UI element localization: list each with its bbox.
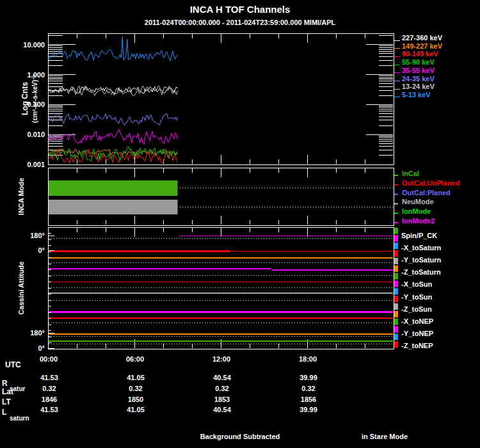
- attitude-right-color-tick: [394, 243, 398, 249]
- legend-item-149-227 keV: 149-227 keV: [402, 42, 442, 50]
- series-24-35 keV: [48, 113, 178, 125]
- attitude-label--X_toNEP: -X_toNEP: [401, 317, 433, 325]
- legend-item-13-24 keV: 13-24 keV: [402, 83, 435, 90]
- attitude-ytick-label: 0°: [38, 246, 45, 254]
- legend-item-90-149 keV: 90-149 keV: [402, 50, 438, 58]
- tof-ytick-label: 0.001: [27, 161, 45, 168]
- attitude-right-color-tick: [394, 326, 398, 333]
- utc-tick-label: 18:00: [299, 355, 317, 363]
- mode-bar-IonMode: [49, 180, 178, 196]
- tof-ytick-label: 0.100: [27, 100, 45, 108]
- table-row-sublabel-saturn: saturn: [10, 415, 29, 422]
- tof-y-axis-units: (cm²-sr-s-keV)⁻¹: [31, 74, 38, 123]
- attitude-right-color-tick: [394, 228, 398, 234]
- attitude-right-color-tick: [394, 235, 398, 241]
- attitude-right-color-tick: [394, 303, 398, 310]
- legend-item-55-90 keV: 55-90 keV: [402, 58, 435, 66]
- utc-row-label: UTC: [5, 361, 21, 369]
- table-cell-R-06:00: 41.05: [127, 374, 145, 381]
- tof-ytick-label: 10.000: [23, 41, 45, 49]
- inca-tof-plot-screen: INCA H TOF Channels 2011-024T00:00:00.00…: [0, 0, 480, 448]
- table-cell-L-00:00: 41.53: [40, 406, 58, 413]
- legend-item-35-55 keV: 35-55 keV: [402, 67, 435, 74]
- table-cell-LT-06:00: 1850: [128, 396, 143, 403]
- mode-bar-NeuMode: [49, 200, 178, 214]
- mode-legend-item-NeuMode: NeuMode: [402, 198, 434, 205]
- attitude-right-color-tick: [394, 280, 398, 287]
- attitude-right-color-tick: [394, 266, 398, 272]
- attitude-right-color-tick: [394, 288, 398, 294]
- table-cell-L-18:00: 39.99: [300, 406, 317, 413]
- table-cell-R-12:00: 40.54: [213, 374, 231, 381]
- series-5-13 keV: [48, 37, 178, 61]
- table-cell-Lat-00:00: 0.32: [42, 385, 56, 392]
- attitude-label--Z_toSaturn: -Z_toSaturn: [401, 268, 441, 276]
- series-35-55 keV: [48, 129, 178, 145]
- table-cell-Lat-18:00: 0.32: [301, 385, 315, 392]
- table-row-label-l: L: [2, 408, 6, 417]
- attitude-right-color-tick: [394, 250, 398, 257]
- mode-legend-item-IonMode2: IonMode2: [402, 217, 435, 225]
- attitude-label--X_toSaturn: -X_toSaturn: [401, 244, 441, 252]
- attitude-right-color-tick: [394, 319, 398, 325]
- attitude-label--X_toSun: -X_toSun: [401, 280, 432, 288]
- legend-item-24-35 keV: 24-35 keV: [402, 75, 435, 83]
- tof-ytick-label: 0.010: [27, 131, 45, 138]
- table-cell-R-00:00: 41.53: [40, 374, 58, 381]
- page-title: INCA H TOF Channels: [190, 4, 291, 15]
- attitude-ytick-label: 0°: [38, 344, 45, 352]
- legend-item-5-13 keV: 5-13 keV: [402, 91, 431, 99]
- attitude-label--Y_toNEP: -Y_toNEP: [401, 330, 433, 337]
- footer-note-background-subtracted: Background Subtracted: [200, 433, 280, 440]
- table-row-label-lt: LT: [2, 398, 11, 406]
- legend-item-227-360 keV: 227-360 keV: [402, 34, 442, 42]
- table-cell-LT-00:00: 1846: [42, 396, 57, 403]
- mode-y-axis-label: INCA Mode: [17, 178, 25, 215]
- utc-tick-label: 12:00: [212, 355, 230, 363]
- attitude-label--Z_toSun: -Z_toSun: [401, 305, 432, 313]
- mode-legend-item-IonMode: IonMode: [402, 207, 431, 215]
- table-cell-LT-18:00: 1856: [301, 396, 316, 403]
- attitude-right-color-tick: [394, 258, 398, 264]
- attitude-panel-box: [48, 227, 394, 349]
- mode-legend-item-OutCal:Planed: OutCal:Planed: [402, 189, 451, 196]
- attitude-label--Y_toSun: -Y_toSun: [401, 293, 432, 301]
- tof-ytick-label: 1.000: [27, 71, 45, 79]
- footer-note-stare-mode: in Stare Mode: [362, 433, 408, 440]
- mode-legend-item-OutCal:UnPlaned: OutCal:UnPlaned: [402, 179, 460, 187]
- utc-tick-label: 00:00: [40, 355, 58, 363]
- attitude-ytick-label: 180°: [30, 232, 45, 239]
- table-row-label-lat: Lat: [2, 388, 13, 396]
- attitude-label--Z_toNEP: -Z_toNEP: [401, 342, 433, 349]
- mode-legend-item-InCal: InCal: [402, 170, 419, 177]
- table-cell-R-18:00: 39.99: [300, 374, 317, 381]
- attitude-y-axis-label: Cassini Attitude: [17, 261, 25, 314]
- table-cell-L-06:00: 41.05: [127, 406, 145, 413]
- utc-tick-label: 06:00: [126, 355, 144, 363]
- table-cell-L-12:00: 40.54: [213, 406, 231, 413]
- table-cell-Lat-06:00: 0.32: [129, 385, 142, 392]
- attitude-right-color-tick: [394, 296, 398, 302]
- attitude-label-Spin/P_CK: Spin/P_CK: [401, 232, 437, 239]
- attitude-ytick-label: 180°: [30, 329, 45, 337]
- attitude-right-color-tick: [394, 273, 398, 280]
- subtitle: 2011-024T00:00:00.000 - 2011-024T23:59:0…: [145, 19, 335, 26]
- attitude-right-color-tick: [394, 341, 398, 348]
- attitude-label--Y_toSaturn: -Y_toSaturn: [401, 256, 441, 264]
- table-cell-Lat-12:00: 0.32: [215, 385, 228, 392]
- table-cell-LT-12:00: 1853: [214, 396, 230, 403]
- attitude-right-color-tick: [394, 333, 398, 340]
- tof-y-axis-label: Log Cnts: [21, 82, 29, 115]
- tof-panel-box: [48, 33, 394, 164]
- attitude-right-color-tick: [394, 311, 398, 317]
